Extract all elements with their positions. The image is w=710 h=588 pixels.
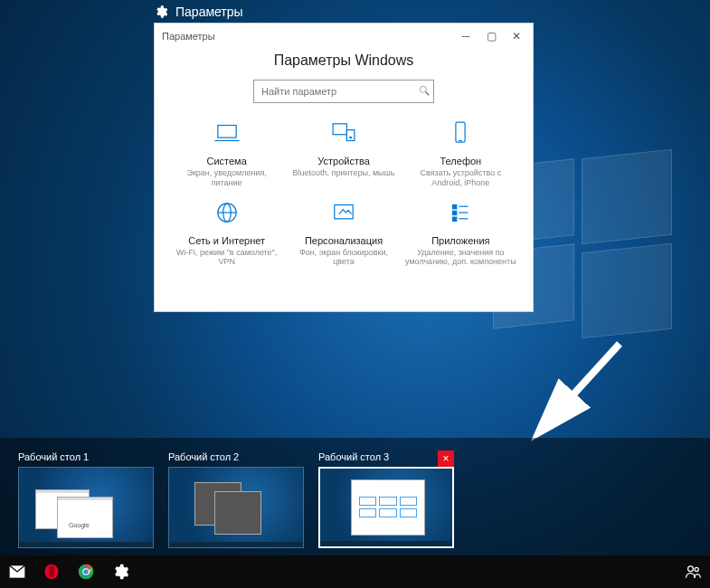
devices-icon bbox=[328, 118, 359, 148]
svg-rect-14 bbox=[453, 211, 457, 214]
svg-point-6 bbox=[350, 137, 352, 138]
mail-icon[interactable] bbox=[5, 560, 29, 583]
tile-personalization[interactable]: Персонализация Фон, экран блокировки, цв… bbox=[288, 197, 399, 268]
virtual-desktop-3[interactable]: Рабочий стол 3 × bbox=[318, 450, 454, 548]
window-minimize-button[interactable]: ─ bbox=[453, 27, 478, 45]
search-input[interactable] bbox=[253, 80, 434, 103]
tile-system[interactable]: Система Экран, уведомления, питание bbox=[171, 118, 282, 188]
virtual-desktop-bar: Рабочий стол 1 Рабочий стол 2 Рабочий ст… bbox=[0, 438, 710, 555]
svg-line-19 bbox=[545, 344, 620, 425]
tile-devices[interactable]: Устройства Bluetooth, принтеры, мышь bbox=[288, 118, 399, 188]
apps-icon bbox=[445, 197, 476, 228]
chrome-icon[interactable] bbox=[74, 560, 98, 583]
svg-point-21 bbox=[49, 565, 55, 577]
phone-icon bbox=[445, 118, 476, 148]
settings-heading: Параметры Windows bbox=[155, 52, 533, 69]
close-desktop-button[interactable]: × bbox=[438, 450, 454, 467]
virtual-desktop-2[interactable]: Рабочий стол 2 bbox=[168, 450, 304, 548]
taskbar bbox=[0, 555, 710, 588]
svg-point-25 bbox=[688, 566, 694, 572]
svg-rect-2 bbox=[217, 126, 235, 138]
opera-icon[interactable] bbox=[40, 560, 63, 583]
svg-rect-5 bbox=[346, 130, 355, 141]
laptop-icon bbox=[212, 118, 242, 148]
search-icon bbox=[418, 84, 431, 97]
virtual-desktop-1[interactable]: Рабочий стол 1 bbox=[18, 450, 154, 548]
settings-window[interactable]: Параметры ─ ▢ ✕ Параметры Windows Систем… bbox=[154, 23, 534, 312]
task-view-window-label: Параметры bbox=[154, 5, 243, 19]
globe-icon bbox=[212, 197, 242, 228]
personalization-icon bbox=[328, 197, 359, 228]
window-close-button[interactable]: ✕ bbox=[504, 27, 529, 45]
window-maximize-button[interactable]: ▢ bbox=[478, 27, 504, 45]
window-titlebar[interactable]: Параметры ─ ▢ ✕ bbox=[155, 24, 533, 49]
tile-network[interactable]: Сеть и Интернет Wi-Fi, режим "в самолете… bbox=[171, 197, 282, 268]
tile-apps[interactable]: Приложения Удаление, значения по умолчан… bbox=[405, 197, 516, 268]
svg-line-1 bbox=[426, 92, 430, 96]
people-icon[interactable] bbox=[681, 560, 705, 583]
svg-rect-4 bbox=[333, 124, 346, 135]
settings-icon[interactable] bbox=[109, 560, 132, 583]
annotation-arrow bbox=[529, 335, 638, 447]
svg-rect-15 bbox=[453, 217, 457, 221]
svg-point-24 bbox=[83, 569, 89, 574]
svg-point-0 bbox=[420, 86, 426, 92]
window-title-text: Параметры bbox=[162, 31, 215, 42]
svg-rect-13 bbox=[453, 204, 457, 208]
gear-icon bbox=[154, 5, 168, 19]
svg-point-26 bbox=[695, 567, 698, 571]
tile-phone[interactable]: Телефон Связать устройство с Android, iP… bbox=[405, 118, 516, 188]
svg-rect-7 bbox=[456, 122, 465, 142]
